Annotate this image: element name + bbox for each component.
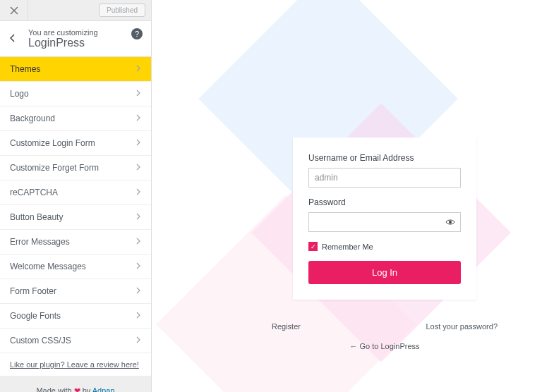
author-link[interactable]: Adnan [92,386,115,392]
password-wrapper [308,212,461,242]
heart-icon: ❤ [74,386,80,392]
chevron-right-icon [136,336,141,345]
header-subtitle: You are customizing [28,28,98,37]
chevron-right-icon [136,212,141,222]
sidebar-item-logo[interactable]: Logo [0,82,151,106]
eye-icon[interactable] [445,218,455,228]
chevron-right-icon [136,114,141,123]
sidebar-item-label: Customize Login Form [10,138,95,148]
header-title: LoginPress [28,37,98,49]
sidebar-item-google-fonts[interactable]: Google Fonts [0,304,151,329]
sidebar-item-form-footer[interactable]: Form Footer [0,279,151,304]
sidebar-item-label: Customize Forget Form [10,163,99,173]
lost-password-link[interactable]: Lost your password? [426,322,498,331]
preview-pane: Username or Email Address Password ✓ Rem… [152,0,542,392]
chevron-right-icon [136,311,141,321]
sidebar-item-label: Custom CSS/JS [10,336,71,345]
password-label: Password [308,197,461,207]
close-icon [10,6,18,15]
sidebar-item-label: Logo [10,89,29,99]
sidebar-item-recaptcha[interactable]: reCAPTCHA [0,180,151,205]
sidebar-item-label: Themes [10,64,40,74]
sidebar-item-label: Error Messages [10,237,70,247]
sidebar-header: You are customizing LoginPress ? [0,21,151,57]
go-to-link[interactable]: ← Go to LoginPress [272,342,498,350]
customizer-sidebar: Published You are customizing LoginPress… [0,0,152,392]
review-link[interactable]: Like our plugin? Leave a review here! [0,353,151,376]
sidebar-item-themes[interactable]: Themes [0,57,151,82]
sidebar-item-label: Button Beauty [10,212,63,222]
chevron-right-icon [136,188,141,197]
chevron-right-icon [136,89,141,99]
username-input[interactable] [308,168,461,188]
made-with: Made with ❤ by Adnan [0,376,151,392]
below-form-links: Register Lost your password? [272,322,498,331]
login-form: Username or Email Address Password ✓ Rem… [293,137,476,300]
sidebar-item-customize-login-form[interactable]: Customize Login Form [0,131,151,156]
password-input[interactable] [308,212,461,232]
sidebar-item-background[interactable]: Background [0,106,151,131]
chevron-right-icon [136,163,141,173]
remember-me[interactable]: ✓ Remember Me [308,242,461,251]
sidebar-item-label: Form Footer [10,286,56,296]
sidebar-item-custom-css-js[interactable]: Custom CSS/JS [0,329,151,353]
sidebar-item-error-messages[interactable]: Error Messages [0,230,151,255]
chevron-right-icon [136,286,141,296]
publish-button[interactable]: Published [99,4,145,17]
close-button[interactable] [0,0,28,21]
username-label: Username or Email Address [308,153,461,163]
sidebar-item-welcome-messages[interactable]: Welcome Messages [0,255,151,279]
sidebar-item-customize-forget-form[interactable]: Customize Forget Form [0,156,151,180]
sidebar-item-button-beauty[interactable]: Button Beauty [0,205,151,230]
chevron-right-icon [136,262,141,271]
remember-label: Remember Me [322,243,373,251]
chevron-right-icon [136,237,141,247]
register-link[interactable]: Register [272,322,301,331]
svg-point-5 [449,221,452,223]
login-button[interactable]: Log In [308,261,461,284]
sidebar-item-label: Background [10,114,55,123]
remember-checkbox[interactable]: ✓ [308,242,318,251]
back-button[interactable] [10,33,23,44]
chevron-left-icon [10,34,16,42]
chevron-right-icon [136,138,141,148]
help-icon[interactable]: ? [131,28,143,39]
sidebar-item-label: Welcome Messages [10,262,86,271]
chevron-right-icon [136,64,141,74]
sidebar-menu: ThemesLogoBackgroundCustomize Login Form… [0,57,151,353]
sidebar-item-label: reCAPTCHA [10,188,58,197]
header-text: You are customizing LoginPress [28,28,98,49]
sidebar-top-bar: Published [0,0,151,21]
sidebar-item-label: Google Fonts [10,311,61,321]
